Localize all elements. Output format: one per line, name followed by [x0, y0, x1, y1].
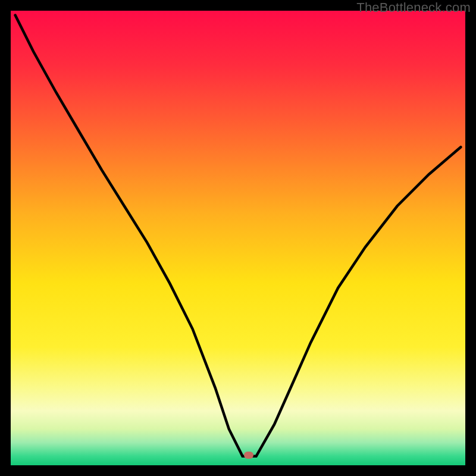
chart-frame: TheBottleneck.com	[0, 0, 476, 476]
curve-line	[15, 15, 461, 456]
optimum-marker	[244, 452, 253, 459]
watermark-text: TheBottleneck.com	[356, 0, 471, 15]
bottleneck-curve	[11, 11, 465, 465]
plot-area	[11, 11, 465, 465]
